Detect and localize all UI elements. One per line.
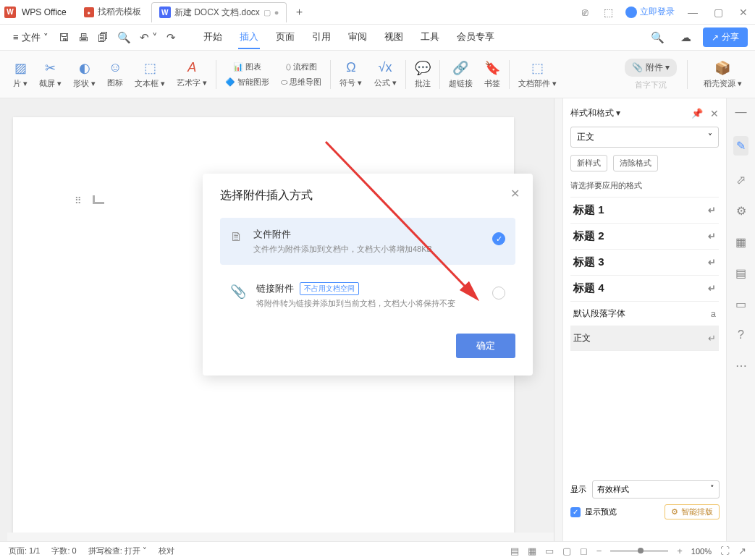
device-icon[interactable]: ⎚ (582, 7, 594, 18)
view-mode2-icon[interactable]: ▦ (528, 546, 536, 556)
ribbon-wordart[interactable]: A艺术字 ▾ (171, 60, 213, 88)
fit-icon[interactable]: ⛶ (720, 546, 730, 556)
save-icon[interactable]: 🖫 (54, 28, 74, 46)
edit-icon[interactable]: ✎ (733, 136, 748, 156)
menu-tab-start[interactable]: 开始 (202, 26, 224, 49)
smartart-label[interactable]: 🔷 智能图形 (225, 77, 269, 88)
zoom-in-icon[interactable]: + (677, 546, 683, 556)
display-select[interactable]: 有效样式 ˅ (592, 480, 720, 499)
style-body[interactable]: 正文↵ (570, 326, 719, 351)
view-mode4-icon[interactable]: ▢ (562, 546, 571, 556)
flowchart-label[interactable]: ⬯ 流程图 (286, 61, 317, 72)
view-mode3-icon[interactable]: ▭ (545, 546, 554, 556)
view-mode1-icon[interactable]: ▤ (510, 546, 519, 556)
expand-icon[interactable]: ↗ (738, 546, 746, 556)
close-button[interactable]: ✕ (736, 7, 751, 18)
style-heading3[interactable]: 标题 3↵ (570, 250, 719, 276)
style-heading2[interactable]: 标题 2↵ (570, 224, 719, 250)
ribbon-separator (330, 60, 331, 89)
menu-button[interactable]: ≡ 文件 ˅ (7, 28, 54, 47)
menu-tab-insert[interactable]: 插入 (238, 26, 260, 49)
zoom-thumb[interactable] (638, 548, 644, 553)
word-count[interactable]: 字数: 0 (51, 546, 76, 556)
view-mode5-icon[interactable]: ◻ (580, 546, 588, 556)
settings-icon[interactable]: ⚙ (736, 204, 746, 218)
dialog-close-icon[interactable]: ✕ (510, 187, 520, 200)
menu-tab-tools[interactable]: 工具 (419, 26, 441, 49)
scrollbar-vertical[interactable] (554, 98, 562, 541)
tab-close-icon[interactable]: ● (274, 8, 279, 17)
ribbon-screenshot[interactable]: ✂截屏 ▾ (33, 60, 67, 89)
ribbon-docparts[interactable]: ⬚文档部件 ▾ (513, 60, 562, 89)
proofread-status[interactable]: 校对 (159, 546, 174, 556)
ribbon-picture[interactable]: ▨片 ▾ (7, 60, 33, 89)
style-default-font[interactable]: 默认段落字体a (570, 302, 719, 326)
zoom-out-icon[interactable]: − (596, 546, 602, 556)
tab-docer[interactable]: ⬥ 找稻壳模板 (77, 2, 148, 22)
print-preview-icon[interactable]: 🗐 (93, 28, 113, 46)
pin-icon[interactable]: 📌 (691, 108, 703, 119)
cube-icon[interactable]: ⬚ (604, 7, 615, 18)
option-file-attach[interactable]: 🗎 文件附件 文件作为附件添加到文档中，文档大小将增加48KB ✓ (220, 218, 515, 265)
ribbon-icons[interactable]: ☺图标 (101, 60, 129, 88)
print-icon[interactable]: 🖶 (74, 28, 93, 46)
undo-icon[interactable]: ↶ ˅ (135, 28, 162, 47)
login-link[interactable]: 立即登录 (625, 6, 675, 18)
page-info[interactable]: 页面: 1/1 (9, 546, 40, 556)
zoom-value[interactable]: 100% (691, 547, 712, 556)
current-style-select[interactable]: 正文 ˅ (570, 127, 719, 148)
app-icon[interactable]: ▦ (735, 235, 746, 249)
chart-label[interactable]: 📊 图表 (233, 61, 261, 72)
redo-icon[interactable]: ↷ (162, 28, 180, 47)
drag-handle-icon[interactable]: ⠿ (75, 195, 83, 206)
ribbon-chart-smartart[interactable]: 📊 图表 🔷 智能图形 (219, 61, 275, 88)
spellcheck-status[interactable]: 拼写检查: 打开 ˅ (88, 546, 147, 556)
mindmap-label[interactable]: ⬭ 思维导图 (281, 77, 321, 88)
ribbon-shapes[interactable]: ◐形状 ▾ (67, 60, 101, 89)
ribbon-hyperlink[interactable]: 🔗超链接 (443, 60, 478, 89)
ribbon-bookmark[interactable]: 🔖书签 (478, 60, 506, 89)
maximize-button[interactable]: ▢ (711, 7, 726, 18)
menu-tab-view[interactable]: 视图 (383, 26, 405, 49)
zoom-slider[interactable] (610, 550, 668, 552)
template-icon[interactable]: ▤ (735, 266, 746, 280)
preview-checkbox[interactable]: ✓ (570, 507, 581, 517)
panel-close-icon[interactable]: ✕ (710, 108, 719, 119)
option-desc: 文件作为附件添加到文档中，文档大小将增加48KB (253, 244, 482, 255)
ribbon-comment[interactable]: 💬批注 (409, 60, 436, 89)
menu-tab-reference[interactable]: 引用 (311, 26, 332, 49)
find-icon[interactable]: 🔍 (113, 28, 135, 47)
more-icon[interactable]: ⋯ (735, 359, 747, 373)
ribbon-flowchart-mindmap[interactable]: ⬯ 流程图 ⬭ 思维导图 (275, 61, 327, 88)
style-heading4[interactable]: 标题 4↵ (570, 276, 719, 302)
radio-checked[interactable]: ✓ (492, 232, 505, 245)
search-icon[interactable]: 🔍 (646, 28, 669, 47)
clear-format-button[interactable]: 清除格式 (613, 155, 658, 171)
book-icon[interactable]: ▭ (735, 297, 746, 311)
ribbon-textbox[interactable]: ⬚文本框 ▾ (129, 60, 171, 89)
ribbon-equation[interactable]: √x公式 ▾ (368, 60, 402, 88)
menu-tab-page[interactable]: 页面 (274, 26, 296, 49)
help-icon[interactable]: ? (738, 328, 744, 341)
tab-document[interactable]: W 新建 DOCX 文档.docx ▢ ● (151, 2, 287, 22)
attach-button[interactable]: 📎 附件 ▾ (625, 59, 677, 77)
ribbon-resource[interactable]: 📦稻壳资源 ▾ (698, 60, 748, 89)
scrollbar-horizontal[interactable] (7, 533, 554, 541)
radio-unchecked[interactable] (492, 287, 505, 300)
preview-row: ✓ 显示预览 ⚙ 智能排版 (570, 504, 720, 519)
ribbon-symbol[interactable]: Ω符号 ▾ (334, 60, 368, 88)
panel-title[interactable]: 样式和格式 ▾ (570, 107, 620, 119)
option-link-attach[interactable]: 📎 链接附件 不占用文档空间 将附件转为链接并添加到当前文档，文档大小将保持不变 (220, 272, 515, 319)
confirm-button[interactable]: 确定 (456, 334, 515, 358)
select-icon[interactable]: ⬀ (736, 173, 746, 187)
menu-tab-member[interactable]: 会员专享 (455, 26, 496, 49)
cloud-icon[interactable]: ☁ (676, 28, 696, 47)
share-button[interactable]: ↗ 分享 (703, 27, 748, 47)
new-tab-button[interactable]: ＋ (290, 2, 309, 22)
new-style-button[interactable]: 新样式 (570, 155, 607, 171)
minimize-button[interactable]: — (685, 7, 701, 18)
style-heading1[interactable]: 标题 1↵ (570, 198, 719, 224)
minimize-panel-icon[interactable]: — (735, 106, 747, 119)
smart-layout-button[interactable]: ⚙ 智能排版 (665, 504, 720, 519)
menu-tab-review[interactable]: 审阅 (347, 26, 368, 49)
